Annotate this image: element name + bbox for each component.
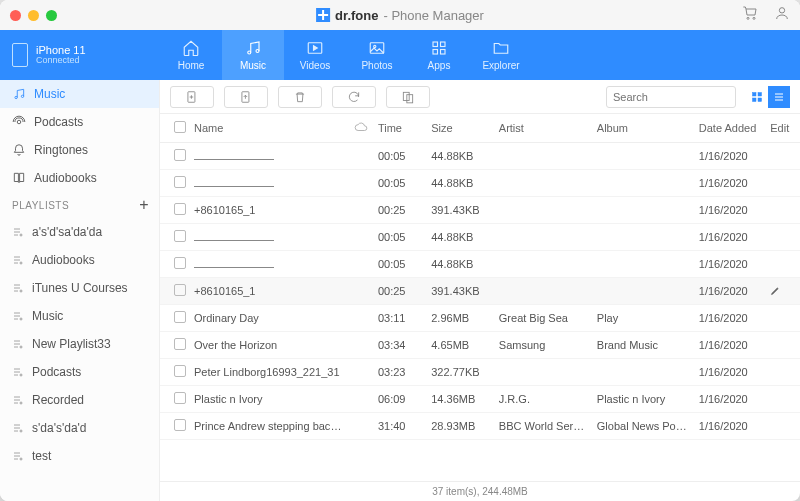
playlist-item[interactable]: iTunes U Courses <box>0 274 159 302</box>
playlist-item[interactable]: Music <box>0 302 159 330</box>
tab-explorer[interactable]: Explorer <box>470 30 532 80</box>
row-checkbox[interactable] <box>174 284 186 296</box>
cell-time: 00:25 <box>374 197 427 224</box>
cell-date: 1/16/2020 <box>695 332 766 359</box>
tab-home[interactable]: Home <box>160 30 222 80</box>
cell-name: Ordinary Day <box>190 305 350 332</box>
row-checkbox[interactable] <box>174 257 186 269</box>
col-edit[interactable]: Edit <box>766 114 800 143</box>
row-checkbox[interactable] <box>174 176 186 188</box>
tab-music[interactable]: Music <box>222 30 284 80</box>
cell-time: 00:05 <box>374 224 427 251</box>
table-row[interactable]: Prince Andrew stepping back fro...31:402… <box>160 413 800 440</box>
table-row[interactable]: Plastic n Ivory06:0914.36MBJ.R.G.Plastic… <box>160 386 800 413</box>
row-checkbox[interactable] <box>174 419 186 431</box>
col-artist[interactable]: Artist <box>495 114 593 143</box>
col-time[interactable]: Time <box>374 114 427 143</box>
search-input[interactable] <box>606 86 736 108</box>
table-row[interactable]: +8610165_100:25391.43KB1/16/2020 <box>160 197 800 224</box>
content-area: Music Podcasts Ringtones Audiobooks PLAY… <box>0 80 800 501</box>
playlist-icon <box>12 422 24 434</box>
search-field[interactable] <box>613 91 751 103</box>
playlist-item[interactable]: a's'd'sa'da'da <box>0 218 159 246</box>
status-bar: 37 item(s), 244.48MB <box>160 481 800 501</box>
playlist-item[interactable]: Recorded <box>0 386 159 414</box>
playlist-item[interactable]: s'da's'da'd <box>0 414 159 442</box>
tab-videos[interactable]: Videos <box>284 30 346 80</box>
edit-icon[interactable] <box>770 286 781 298</box>
cell-artist: Samsung <box>495 332 593 359</box>
cell-artist <box>495 224 593 251</box>
grid-view-button[interactable] <box>746 86 768 108</box>
select-all-checkbox[interactable] <box>174 121 186 133</box>
table-row[interactable]: 00:0544.88KB1/16/2020 <box>160 143 800 170</box>
cell-album <box>593 251 695 278</box>
minimize-icon[interactable] <box>28 10 39 21</box>
table-row[interactable]: Ordinary Day03:112.96MBGreat Big SeaPlay… <box>160 305 800 332</box>
cell-artist <box>495 359 593 386</box>
sidebar-item-audiobooks[interactable]: Audiobooks <box>0 164 159 192</box>
row-checkbox[interactable] <box>174 311 186 323</box>
cart-icon[interactable] <box>742 5 758 25</box>
playlist-label: New Playlist33 <box>32 337 111 351</box>
sidebar-item-podcasts[interactable]: Podcasts <box>0 108 159 136</box>
cell-name: +8610165_1 <box>190 197 350 224</box>
sidebar-item-ringtones[interactable]: Ringtones <box>0 136 159 164</box>
col-date[interactable]: Date Added <box>695 114 766 143</box>
svg-rect-10 <box>433 50 438 55</box>
col-album[interactable]: Album <box>593 114 695 143</box>
svg-point-0 <box>747 17 749 19</box>
table-row[interactable]: 00:0544.88KB1/16/2020 <box>160 170 800 197</box>
tab-photos[interactable]: Photos <box>346 30 408 80</box>
cell-time: 00:25 <box>374 278 427 305</box>
tab-apps[interactable]: Apps <box>408 30 470 80</box>
cell-album <box>593 170 695 197</box>
playlists-header: PLAYLISTS + <box>0 192 159 218</box>
close-icon[interactable] <box>10 10 21 21</box>
device-info[interactable]: iPhone 11 Connected <box>0 30 160 80</box>
svg-point-3 <box>248 51 251 54</box>
table-row[interactable]: 00:0544.88KB1/16/2020 <box>160 224 800 251</box>
playlist-item[interactable]: Audiobooks <box>0 246 159 274</box>
dedupe-button[interactable] <box>386 86 430 108</box>
cell-name <box>190 251 350 278</box>
add-playlist-button[interactable]: + <box>139 196 149 214</box>
row-checkbox[interactable] <box>174 338 186 350</box>
cell-date: 1/16/2020 <box>695 413 766 440</box>
playlist-item[interactable]: Podcasts <box>0 358 159 386</box>
table-row[interactable]: 00:0544.88KB1/16/2020 <box>160 251 800 278</box>
row-checkbox[interactable] <box>174 230 186 242</box>
maximize-icon[interactable] <box>46 10 57 21</box>
col-size[interactable]: Size <box>427 114 495 143</box>
sidebar-item-music[interactable]: Music <box>0 80 159 108</box>
cell-date: 1/16/2020 <box>695 224 766 251</box>
svg-rect-17 <box>403 92 409 100</box>
row-checkbox[interactable] <box>174 149 186 161</box>
delete-button[interactable] <box>278 86 322 108</box>
cell-name: Prince Andrew stepping back fro... <box>190 413 350 440</box>
export-button[interactable] <box>224 86 268 108</box>
add-button[interactable] <box>170 86 214 108</box>
table-row[interactable]: Peter Lindborg16993_221_3103:23322.77KB1… <box>160 359 800 386</box>
device-status-label: Connected <box>36 56 86 66</box>
playlist-item[interactable]: test <box>0 442 159 470</box>
list-view-button[interactable] <box>768 86 790 108</box>
table-row[interactable]: Over the Horizon03:344.65MBSamsungBrand … <box>160 332 800 359</box>
main-panel: Name Time Size Artist Album Date Added E… <box>160 80 800 501</box>
table-row[interactable]: +8610165_100:25391.43KB1/16/2020 <box>160 278 800 305</box>
titlebar: dr.fone - Phone Manager <box>0 0 800 30</box>
cell-artist: BBC World Service <box>495 413 593 440</box>
refresh-button[interactable] <box>332 86 376 108</box>
cell-time: 31:40 <box>374 413 427 440</box>
playlist-item[interactable]: New Playlist33 <box>0 330 159 358</box>
row-checkbox[interactable] <box>174 392 186 404</box>
row-checkbox[interactable] <box>174 203 186 215</box>
col-name[interactable]: Name <box>190 114 350 143</box>
cell-time: 00:05 <box>374 143 427 170</box>
row-checkbox[interactable] <box>174 365 186 377</box>
user-icon[interactable] <box>774 5 790 25</box>
svg-point-12 <box>15 96 17 98</box>
cloud-icon <box>354 120 368 134</box>
cell-date: 1/16/2020 <box>695 170 766 197</box>
track-table[interactable]: Name Time Size Artist Album Date Added E… <box>160 114 800 481</box>
